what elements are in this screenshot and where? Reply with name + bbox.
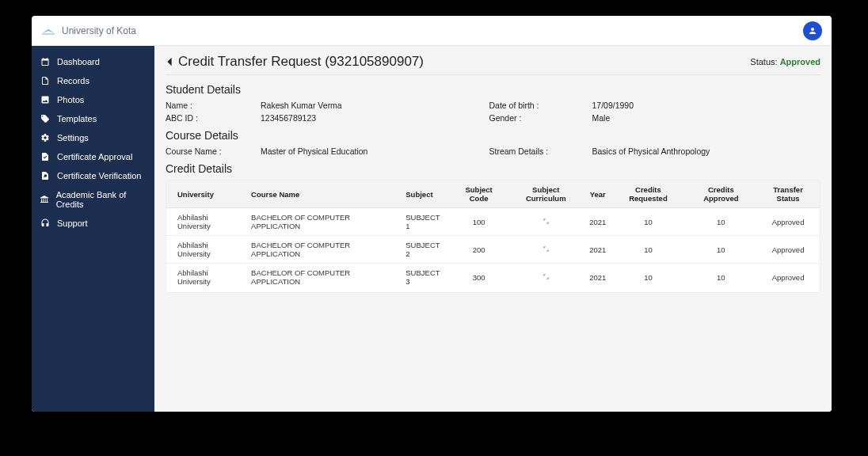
course-details-grid: Course Name : Master of Physical Educati…: [166, 146, 820, 156]
sidebar-item-label: Records: [57, 76, 89, 86]
student-details-grid: Name : Rakesh Kumar Verma Date of birth …: [166, 101, 820, 123]
expand-icon[interactable]: [542, 273, 550, 282]
body: Dashboard Records Photos Templates Setti…: [32, 46, 832, 412]
transfer-status-cell: Approved: [756, 208, 820, 236]
sidebar-item-certificate-verification[interactable]: Certificate Verification: [32, 166, 154, 185]
university-cell: Abhilashi University: [166, 264, 246, 291]
sidebar-item-records[interactable]: Records: [32, 71, 154, 90]
sidebar-item-label: Certificate Approval: [57, 152, 132, 162]
page-title-row: Credit Transfer Request (932105890907) S…: [166, 54, 820, 75]
sidebar-item-label: Dashboard: [57, 57, 100, 66]
brand-logo-icon: [41, 27, 55, 35]
image-icon: [40, 95, 51, 104]
credits-requested-cell: 10: [611, 236, 685, 264]
bank-icon: [40, 195, 50, 204]
university-cell: Abhilashi University: [166, 236, 246, 264]
sidebar-item-label: Settings: [57, 133, 89, 142]
gender-value: Male: [592, 113, 821, 123]
col-credits-requested: Credits Requested: [611, 180, 685, 208]
status-badge: Status: Approved: [750, 57, 820, 66]
sidebar-item-certificate-approval[interactable]: Certificate Approval: [32, 147, 154, 166]
year-cell: 2021: [584, 236, 611, 264]
expand-icon[interactable]: [542, 245, 550, 254]
gender-label: Gender :: [489, 113, 592, 123]
col-university: University: [166, 180, 246, 208]
subject-code-cell: 300: [451, 264, 507, 291]
sidebar-item-academic-bank-of-credits[interactable]: Academic Bank of Credits: [32, 185, 154, 214]
dob-value: 17/09/1990: [592, 101, 821, 110]
student-details-header: Student Details: [166, 83, 820, 96]
svg-rect-0: [42, 33, 55, 34]
subject-cell: SUBJECT 2: [401, 236, 451, 264]
course-name-cell: BACHELOR OF COMPUTER APPLICATION: [246, 264, 401, 291]
col-year: Year: [584, 180, 611, 208]
table-row: Abhilashi UniversityBACHELOR OF COMPUTER…: [166, 208, 820, 236]
col-subject-code: Subject Code: [451, 180, 507, 208]
col-course-name: Course Name: [246, 180, 401, 208]
subject-curriculum-cell: [507, 236, 584, 264]
sidebar-item-label: Photos: [57, 95, 84, 104]
tag-icon: [40, 114, 51, 124]
table-row: Abhilashi UniversityBACHELOR OF COMPUTER…: [166, 236, 820, 264]
credits-approved-cell: 10: [686, 264, 757, 291]
credits-requested-cell: 10: [611, 208, 685, 236]
sidebar-item-label: Support: [57, 218, 88, 228]
course-name-label: Course Name :: [166, 146, 261, 156]
credits-approved-cell: 10: [686, 208, 757, 236]
gear-icon: [40, 133, 51, 142]
back-chevron-icon[interactable]: [166, 56, 173, 67]
year-cell: 2021: [584, 208, 611, 236]
col-transfer-status: Transfer Status: [756, 180, 820, 208]
app-window: University of Kota Dashboard Records Pho…: [32, 16, 832, 412]
calendar-icon: [40, 57, 51, 66]
file-icon: [40, 76, 51, 86]
transfer-status-cell: Approved: [756, 264, 820, 291]
col-subject-curriculum: Subject Curriculum: [507, 180, 584, 208]
topbar: University of Kota: [32, 16, 832, 46]
credits-requested-cell: 10: [611, 264, 685, 291]
search-doc-icon: [40, 171, 51, 180]
status-label: Status:: [750, 57, 779, 66]
course-name-cell: BACHELOR OF COMPUTER APPLICATION: [246, 236, 401, 264]
subject-curriculum-cell: [507, 264, 584, 291]
subject-code-cell: 200: [451, 236, 507, 264]
stream-value: Basics of Physical Anthropology: [592, 146, 821, 156]
sidebar-item-settings[interactable]: Settings: [32, 128, 154, 147]
credits-approved-cell: 10: [686, 236, 757, 264]
sidebar-item-label: Certificate Verification: [57, 171, 141, 180]
subject-curriculum-cell: [507, 208, 584, 236]
user-avatar-button[interactable]: [803, 21, 822, 40]
course-name-cell: BACHELOR OF COMPUTER APPLICATION: [246, 208, 401, 236]
stream-label: Stream Details :: [489, 146, 592, 156]
page-title: Credit Transfer Request (932105890907): [178, 54, 424, 70]
brand-name: University of Kota: [62, 25, 136, 36]
expand-icon[interactable]: [542, 218, 550, 226]
credit-details-header: Credit Details: [166, 162, 820, 175]
name-label: Name :: [166, 101, 261, 110]
table-row: Abhilashi UniversityBACHELOR OF COMPUTER…: [166, 264, 820, 291]
sidebar-item-support[interactable]: Support: [32, 214, 154, 233]
sidebar-item-label: Academic Bank of Credits: [56, 190, 147, 209]
sidebar-item-label: Templates: [57, 114, 97, 124]
abcid-value: 123456789123: [261, 113, 489, 123]
transfer-status-cell: Approved: [756, 236, 820, 264]
sidebar-item-templates[interactable]: Templates: [32, 109, 154, 128]
name-value: Rakesh Kumar Verma: [261, 101, 489, 110]
abcid-label: ABC ID :: [166, 113, 261, 123]
main: Credit Transfer Request (932105890907) S…: [154, 46, 832, 412]
sidebar-item-dashboard[interactable]: Dashboard: [32, 52, 154, 71]
course-name-value: Master of Physical Education: [261, 146, 489, 156]
subject-code-cell: 100: [451, 208, 507, 236]
sidebar-item-photos[interactable]: Photos: [32, 90, 154, 109]
university-cell: Abhilashi University: [166, 208, 246, 236]
credit-details-table: University Course Name Subject Subject C…: [166, 180, 820, 291]
subject-cell: SUBJECT 3: [401, 264, 451, 291]
course-details-header: Course Details: [166, 129, 820, 142]
status-value: Approved: [780, 57, 820, 66]
col-subject: Subject: [401, 180, 451, 208]
check-doc-icon: [40, 152, 51, 162]
headset-icon: [40, 218, 51, 228]
col-credits-approved: Credits Approved: [686, 180, 757, 208]
sidebar: Dashboard Records Photos Templates Setti…: [32, 46, 154, 412]
year-cell: 2021: [584, 264, 611, 291]
